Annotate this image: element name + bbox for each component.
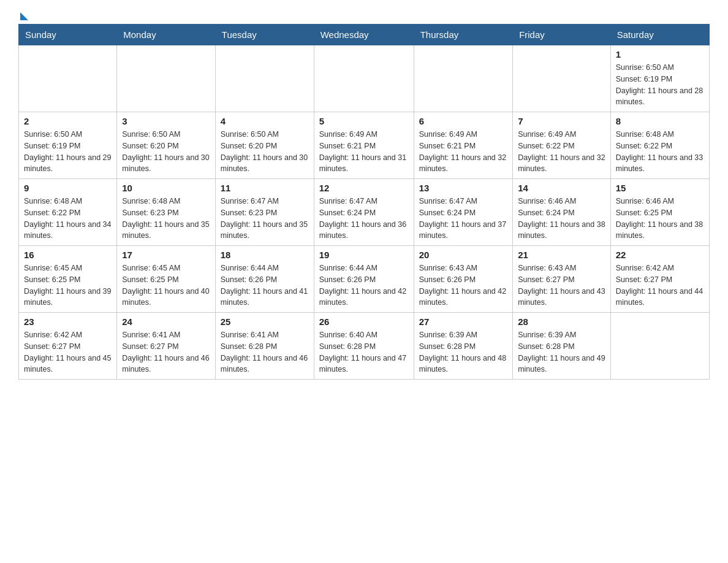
calendar-table: SundayMondayTuesdayWednesdayThursdayFrid…	[18, 24, 710, 380]
calendar-day-cell: 26Sunrise: 6:40 AM Sunset: 6:28 PM Dayli…	[314, 313, 414, 380]
weekday-header-monday: Monday	[117, 25, 216, 45]
calendar-day-cell: 24Sunrise: 6:41 AM Sunset: 6:27 PM Dayli…	[117, 313, 216, 380]
calendar-day-cell: 12Sunrise: 6:47 AM Sunset: 6:24 PM Dayli…	[314, 179, 414, 246]
weekday-header-thursday: Thursday	[414, 25, 512, 45]
calendar-day-cell: 16Sunrise: 6:45 AM Sunset: 6:25 PM Dayli…	[19, 246, 117, 313]
calendar-day-cell	[610, 313, 709, 380]
day-number: 15	[616, 183, 704, 193]
calendar-day-cell	[314, 45, 414, 112]
day-info: Sunrise: 6:40 AM Sunset: 6:28 PM Dayligh…	[319, 329, 409, 375]
calendar-day-cell: 18Sunrise: 6:44 AM Sunset: 6:26 PM Dayli…	[215, 246, 314, 313]
day-number: 22	[616, 250, 704, 260]
calendar-week-row: 9Sunrise: 6:48 AM Sunset: 6:22 PM Daylig…	[19, 179, 710, 246]
day-number: 28	[518, 316, 605, 327]
day-number: 18	[221, 250, 309, 260]
day-info: Sunrise: 6:44 AM Sunset: 6:26 PM Dayligh…	[221, 262, 309, 308]
calendar-day-cell: 10Sunrise: 6:48 AM Sunset: 6:23 PM Dayli…	[117, 179, 216, 246]
calendar-day-cell: 7Sunrise: 6:49 AM Sunset: 6:22 PM Daylig…	[513, 112, 611, 179]
day-number: 19	[319, 250, 409, 260]
day-info: Sunrise: 6:43 AM Sunset: 6:26 PM Dayligh…	[419, 262, 507, 308]
calendar-day-cell: 19Sunrise: 6:44 AM Sunset: 6:26 PM Dayli…	[314, 246, 414, 313]
day-number: 3	[122, 116, 210, 126]
day-info: Sunrise: 6:43 AM Sunset: 6:27 PM Dayligh…	[518, 262, 605, 308]
day-info: Sunrise: 6:50 AM Sunset: 6:20 PM Dayligh…	[221, 129, 309, 175]
calendar-day-cell: 14Sunrise: 6:46 AM Sunset: 6:24 PM Dayli…	[513, 179, 611, 246]
calendar-day-cell: 21Sunrise: 6:43 AM Sunset: 6:27 PM Dayli…	[513, 246, 611, 313]
calendar-week-row: 23Sunrise: 6:42 AM Sunset: 6:27 PM Dayli…	[19, 313, 710, 380]
calendar-week-row: 16Sunrise: 6:45 AM Sunset: 6:25 PM Dayli…	[19, 246, 710, 313]
day-info: Sunrise: 6:50 AM Sunset: 6:19 PM Dayligh…	[616, 62, 704, 108]
calendar-day-cell: 13Sunrise: 6:47 AM Sunset: 6:24 PM Dayli…	[414, 179, 512, 246]
calendar-day-cell: 8Sunrise: 6:48 AM Sunset: 6:22 PM Daylig…	[610, 112, 709, 179]
calendar-day-cell: 6Sunrise: 6:49 AM Sunset: 6:21 PM Daylig…	[414, 112, 512, 179]
day-number: 13	[419, 183, 507, 193]
day-number: 11	[221, 183, 309, 193]
day-number: 20	[419, 250, 507, 260]
weekday-header-friday: Friday	[513, 25, 611, 45]
day-info: Sunrise: 6:45 AM Sunset: 6:25 PM Dayligh…	[122, 262, 210, 308]
day-info: Sunrise: 6:39 AM Sunset: 6:28 PM Dayligh…	[518, 329, 605, 375]
day-info: Sunrise: 6:47 AM Sunset: 6:24 PM Dayligh…	[419, 196, 507, 242]
weekday-header-wednesday: Wednesday	[314, 25, 414, 45]
day-number: 23	[24, 316, 112, 327]
day-number: 12	[319, 183, 409, 193]
day-info: Sunrise: 6:49 AM Sunset: 6:21 PM Dayligh…	[319, 129, 409, 175]
day-info: Sunrise: 6:44 AM Sunset: 6:26 PM Dayligh…	[319, 262, 409, 308]
day-number: 9	[24, 183, 112, 193]
calendar-week-row: 1Sunrise: 6:50 AM Sunset: 6:19 PM Daylig…	[19, 45, 710, 112]
weekday-header-sunday: Sunday	[19, 25, 117, 45]
day-number: 6	[419, 116, 507, 126]
day-info: Sunrise: 6:41 AM Sunset: 6:28 PM Dayligh…	[221, 329, 309, 375]
calendar-day-cell: 20Sunrise: 6:43 AM Sunset: 6:26 PM Dayli…	[414, 246, 512, 313]
day-info: Sunrise: 6:46 AM Sunset: 6:24 PM Dayligh…	[518, 196, 605, 242]
calendar-day-cell: 9Sunrise: 6:48 AM Sunset: 6:22 PM Daylig…	[19, 179, 117, 246]
calendar-day-cell: 25Sunrise: 6:41 AM Sunset: 6:28 PM Dayli…	[215, 313, 314, 380]
day-info: Sunrise: 6:50 AM Sunset: 6:20 PM Dayligh…	[122, 129, 210, 175]
calendar-day-cell: 28Sunrise: 6:39 AM Sunset: 6:28 PM Dayli…	[513, 313, 611, 380]
calendar-day-cell: 22Sunrise: 6:42 AM Sunset: 6:27 PM Dayli…	[610, 246, 709, 313]
day-info: Sunrise: 6:50 AM Sunset: 6:19 PM Dayligh…	[24, 129, 112, 175]
calendar-week-row: 2Sunrise: 6:50 AM Sunset: 6:19 PM Daylig…	[19, 112, 710, 179]
day-info: Sunrise: 6:48 AM Sunset: 6:23 PM Dayligh…	[122, 196, 210, 242]
day-number: 27	[419, 316, 507, 327]
day-number: 2	[24, 116, 112, 126]
calendar-day-cell: 3Sunrise: 6:50 AM Sunset: 6:20 PM Daylig…	[117, 112, 216, 179]
day-info: Sunrise: 6:42 AM Sunset: 6:27 PM Dayligh…	[24, 329, 112, 375]
page-header	[18, 12, 710, 18]
day-number: 10	[122, 183, 210, 193]
logo	[18, 12, 28, 18]
day-info: Sunrise: 6:48 AM Sunset: 6:22 PM Dayligh…	[24, 196, 112, 242]
day-number: 7	[518, 116, 605, 126]
day-number: 8	[616, 116, 704, 126]
day-number: 1	[616, 49, 704, 59]
day-info: Sunrise: 6:46 AM Sunset: 6:25 PM Dayligh…	[616, 196, 704, 242]
logo-triangle-icon	[20, 12, 28, 20]
day-number: 17	[122, 250, 210, 260]
weekday-header-tuesday: Tuesday	[215, 25, 314, 45]
day-number: 16	[24, 250, 112, 260]
day-info: Sunrise: 6:49 AM Sunset: 6:21 PM Dayligh…	[419, 129, 507, 175]
weekday-header-saturday: Saturday	[610, 25, 709, 45]
day-info: Sunrise: 6:39 AM Sunset: 6:28 PM Dayligh…	[419, 329, 507, 375]
calendar-day-cell: 23Sunrise: 6:42 AM Sunset: 6:27 PM Dayli…	[19, 313, 117, 380]
day-info: Sunrise: 6:49 AM Sunset: 6:22 PM Dayligh…	[518, 129, 605, 175]
day-info: Sunrise: 6:47 AM Sunset: 6:23 PM Dayligh…	[221, 196, 309, 242]
calendar-day-cell: 4Sunrise: 6:50 AM Sunset: 6:20 PM Daylig…	[215, 112, 314, 179]
calendar-day-cell: 17Sunrise: 6:45 AM Sunset: 6:25 PM Dayli…	[117, 246, 216, 313]
day-number: 25	[221, 316, 309, 327]
calendar-day-cell: 5Sunrise: 6:49 AM Sunset: 6:21 PM Daylig…	[314, 112, 414, 179]
day-info: Sunrise: 6:42 AM Sunset: 6:27 PM Dayligh…	[616, 262, 704, 308]
calendar-day-cell	[215, 45, 314, 112]
calendar-day-cell: 11Sunrise: 6:47 AM Sunset: 6:23 PM Dayli…	[215, 179, 314, 246]
day-number: 14	[518, 183, 605, 193]
day-info: Sunrise: 6:47 AM Sunset: 6:24 PM Dayligh…	[319, 196, 409, 242]
calendar-day-cell: 1Sunrise: 6:50 AM Sunset: 6:19 PM Daylig…	[610, 45, 709, 112]
day-number: 26	[319, 316, 409, 327]
calendar-day-cell	[19, 45, 117, 112]
calendar-day-cell	[414, 45, 512, 112]
calendar-day-cell	[513, 45, 611, 112]
day-info: Sunrise: 6:45 AM Sunset: 6:25 PM Dayligh…	[24, 262, 112, 308]
day-number: 21	[518, 250, 605, 260]
day-info: Sunrise: 6:41 AM Sunset: 6:27 PM Dayligh…	[122, 329, 210, 375]
day-info: Sunrise: 6:48 AM Sunset: 6:22 PM Dayligh…	[616, 129, 704, 175]
